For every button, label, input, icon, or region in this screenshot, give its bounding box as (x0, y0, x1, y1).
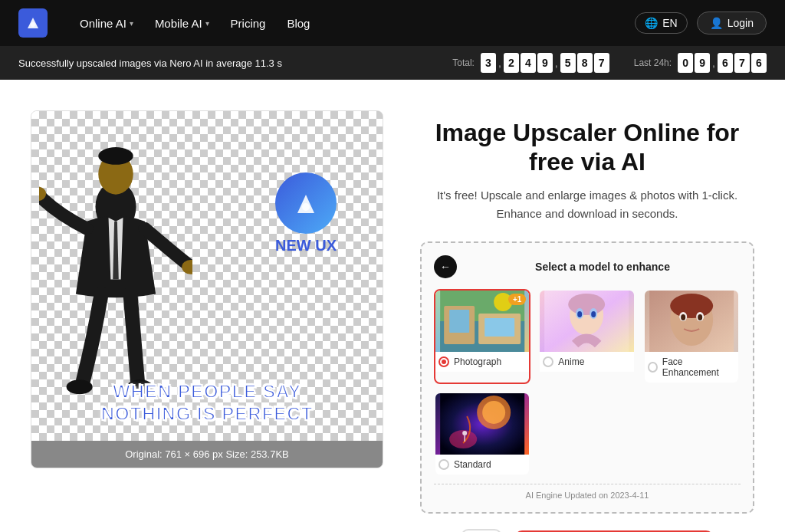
total-label: Total: (452, 57, 475, 68)
digit: 7 (594, 53, 609, 73)
nav-right: 🌐 EN 👤 Login (635, 11, 767, 34)
nav-mobile-ai[interactable]: Mobile AI ▾ (147, 11, 217, 36)
model-grid-bottom: Standard (434, 392, 741, 476)
logo-icon (18, 8, 48, 38)
model-label-row: Standard (435, 455, 529, 475)
model-label-face: Face Enhancement (662, 356, 735, 378)
total-stat: Total: 3 , 2 4 9 , 5 8 7 (452, 53, 609, 73)
total-digits: 3 , 2 4 9 , 5 8 7 (481, 53, 609, 73)
model-grid-top: +1 Photograph (434, 289, 741, 384)
digit: 3 (481, 53, 496, 73)
digit: 8 (577, 53, 593, 73)
logo[interactable] (18, 8, 48, 38)
radio-anime (543, 356, 553, 367)
radio-face (648, 362, 658, 373)
model-thumb-standard (435, 393, 529, 455)
model-label-row: Face Enhancement (645, 352, 738, 383)
radio-standard (438, 459, 449, 470)
svg-point-0 (31, 22, 35, 27)
svg-point-22 (591, 311, 596, 317)
digit: 5 (560, 53, 576, 73)
model-card-anime[interactable]: Anime (538, 289, 635, 384)
image-preview-column: NEW UX WHEN PEOPLE SAY NOTHING IS PERFEC… (31, 110, 383, 468)
back-button[interactable]: ← (434, 255, 457, 278)
digit: 6 (751, 53, 767, 73)
svg-point-34 (462, 431, 467, 435)
digit: 2 (504, 53, 519, 73)
digit: 9 (537, 53, 553, 73)
model-card-standard[interactable]: Standard (434, 392, 530, 476)
model-thumb-photograph: +1 (435, 291, 529, 352)
digit: 6 (718, 53, 733, 73)
svg-rect-14 (484, 318, 514, 337)
chevron-down-icon: ▾ (205, 19, 209, 28)
engine-note: AI Engine Updated on 2023-4-11 (434, 484, 741, 500)
bottom-actions: ⬆️ Start → (420, 529, 754, 532)
last24h-label: Last 24h: (634, 57, 672, 68)
page-title: Image Upscaler Online for free via AI (420, 118, 754, 177)
image-card: NEW UX WHEN PEOPLE SAY NOTHING IS PERFEC… (31, 110, 383, 468)
ai-badge: NEW UX (275, 172, 337, 255)
model-thumb-anime (540, 291, 633, 352)
digit: 4 (521, 53, 536, 73)
last24h-digits: 0 9 , 6 7 6 (678, 53, 767, 73)
svg-point-3 (98, 147, 133, 165)
model-label-anime: Anime (558, 356, 584, 367)
ticker-bar: Successfully upscaled images via Nero AI… (0, 46, 785, 80)
ai-circle-logo (275, 172, 337, 234)
svg-point-32 (482, 401, 505, 424)
svg-point-8 (302, 203, 310, 211)
navbar: Online AI ▾ Mobile AI ▾ Pricing Blog 🌐 E… (0, 0, 785, 46)
image-caption: Original: 761 × 696 px Size: 253.7KB (31, 441, 383, 468)
model-label-standard: Standard (454, 459, 491, 470)
ai-badge-text: NEW UX (275, 237, 337, 255)
image-content: NEW UX WHEN PEOPLE SAY NOTHING IS PERFEC… (31, 111, 383, 441)
model-selector: ← Select a model to enhance (420, 241, 754, 514)
model-thumb-face (645, 291, 738, 352)
main-content: NEW UX WHEN PEOPLE SAY NOTHING IS PERFEC… (0, 80, 785, 532)
language-button[interactable]: 🌐 EN (635, 12, 687, 34)
page-subtitle: It's free! Upscale and enlarge images & … (420, 186, 754, 223)
svg-point-29 (698, 314, 702, 320)
svg-point-28 (681, 314, 685, 320)
radio-photograph (438, 356, 449, 367)
chevron-down-icon: ▾ (130, 19, 133, 28)
badge-plus1: +1 (508, 294, 526, 305)
controls-column: Image Upscaler Online for free via AI It… (420, 110, 754, 532)
nav-links: Online AI ▾ Mobile AI ▾ Pricing Blog (72, 11, 610, 36)
model-selector-title: Select a model to enhance (465, 261, 741, 273)
nav-blog[interactable]: Blog (279, 11, 317, 36)
digit: 0 (678, 53, 693, 73)
model-card-face[interactable]: Face Enhancement (643, 289, 740, 384)
model-label-row: Photograph (435, 352, 529, 372)
ticker-message: Successfully upscaled images via Nero AI… (18, 57, 440, 69)
last24h-stat: Last 24h: 0 9 , 6 7 6 (634, 53, 767, 73)
model-label-photograph: Photograph (454, 356, 501, 367)
model-label-row: Anime (540, 352, 633, 372)
svg-point-25 (670, 294, 713, 318)
person-image (39, 134, 192, 410)
model-header: ← Select a model to enhance (434, 255, 741, 278)
svg-rect-12 (449, 310, 469, 333)
user-icon: 👤 (710, 17, 723, 29)
meme-text: WHEN PEOPLE SAY NOTHING IS PERFECT (77, 381, 337, 425)
digit: 9 (695, 53, 710, 73)
globe-icon: 🌐 (645, 17, 658, 29)
model-card-photograph[interactable]: +1 Photograph (434, 289, 530, 384)
svg-point-21 (577, 311, 582, 317)
nav-pricing[interactable]: Pricing (223, 11, 274, 36)
digit: 7 (734, 53, 750, 73)
login-button[interactable]: 👤 Login (697, 11, 767, 34)
upload-button[interactable]: ⬆️ (461, 529, 502, 532)
nav-online-ai[interactable]: Online AI ▾ (72, 11, 141, 36)
ticker-stats: Total: 3 , 2 4 9 , 5 8 7 Last 24h: 0 9 ,… (452, 53, 767, 73)
svg-point-18 (568, 294, 605, 315)
